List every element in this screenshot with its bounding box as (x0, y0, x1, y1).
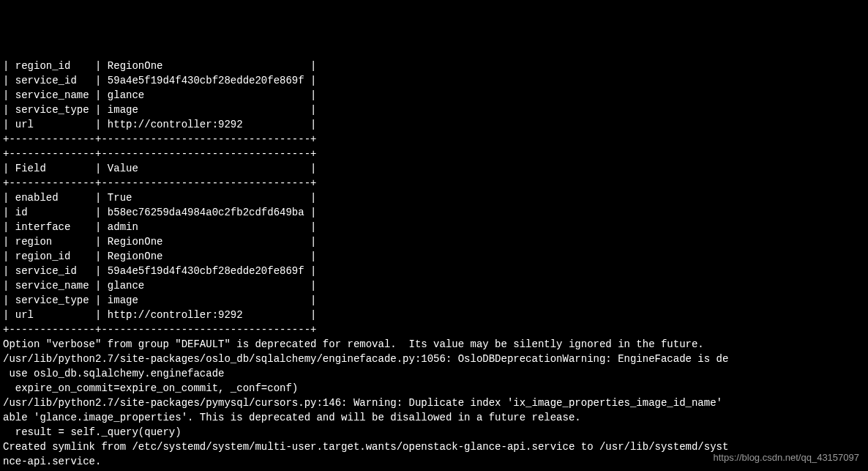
terminal-output[interactable]: | region_id | RegionOne | | service_id |… (3, 59, 868, 471)
watermark-text: https://blog.csdn.net/qq_43157097 (714, 450, 860, 465)
